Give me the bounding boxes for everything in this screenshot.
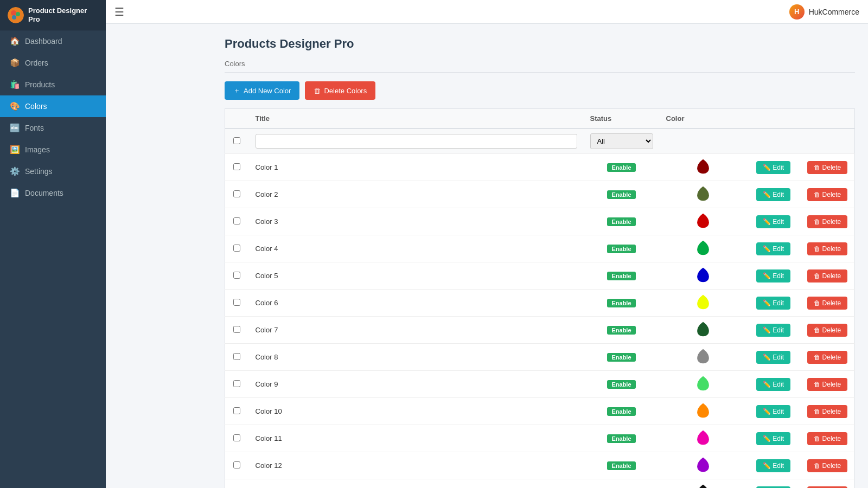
edit-button[interactable]: ✏️ Edit (756, 486, 790, 489)
edit-button[interactable]: ✏️ Edit (756, 188, 790, 201)
sidebar-item-dashboard[interactable]: 🏠Dashboard (0, 30, 106, 52)
row-status-cell: Enable (584, 479, 660, 489)
row-checkbox[interactable] (233, 163, 240, 170)
table-row: Color 2 Enable ✏️ Edit 🗑 Delete (225, 181, 855, 208)
row-checkbox[interactable] (233, 407, 240, 414)
delete-row-button[interactable]: 🗑 Delete (807, 432, 847, 445)
row-checkbox[interactable] (233, 380, 240, 387)
table-row: Color 3 Enable ✏️ Edit 🗑 Delete (225, 208, 855, 235)
row-color-cell (660, 425, 746, 452)
row-delete-cell: 🗑 Delete (801, 344, 855, 371)
row-color-cell (660, 154, 746, 181)
sidebar-item-colors[interactable]: 🎨Colors (0, 95, 106, 117)
add-new-color-button[interactable]: ＋ Add New Color (225, 81, 299, 100)
row-checkbox[interactable] (233, 190, 240, 197)
row-edit-cell: ✏️ Edit (746, 262, 801, 290)
row-status-cell: Enable (584, 371, 660, 398)
edit-button[interactable]: ✏️ Edit (756, 432, 790, 445)
edit-button[interactable]: ✏️ Edit (756, 161, 790, 174)
title-filter-input[interactable] (256, 134, 577, 149)
row-checkbox-cell (225, 262, 249, 290)
delete-row-button[interactable]: 🗑 Delete (807, 378, 847, 391)
row-color-cell (660, 344, 746, 371)
row-checkbox[interactable] (233, 434, 240, 441)
sidebar-item-label: Colors (25, 102, 47, 111)
table-row: Color 4 Enable ✏️ Edit 🗑 Delete (225, 235, 855, 262)
color-leaf-icon (695, 185, 711, 202)
status-badge: Enable (607, 353, 635, 362)
row-status-cell: Enable (584, 317, 660, 344)
row-delete-cell: 🗑 Delete (801, 208, 855, 235)
delete-row-button[interactable]: 🗑 Delete (807, 297, 847, 310)
row-edit-cell: ✏️ Edit (746, 235, 801, 262)
row-checkbox[interactable] (233, 245, 240, 252)
add-label: Add New Color (244, 87, 291, 95)
sidebar-item-label: Dashboard (25, 37, 62, 46)
sidebar-item-images[interactable]: 🖼️Images (0, 139, 106, 160)
delete-row-button[interactable]: 🗑 Delete (807, 351, 847, 364)
username-label: HukCommerce (809, 8, 859, 16)
row-title-cell: Color 8 (249, 344, 584, 371)
edit-button[interactable]: ✏️ Edit (756, 378, 790, 391)
row-checkbox[interactable] (233, 272, 240, 279)
sidebar-item-fonts[interactable]: 🔤Fonts (0, 117, 106, 139)
row-delete-cell: 🗑 Delete (801, 235, 855, 262)
row-color-cell (660, 479, 746, 489)
color-leaf-icon (695, 484, 711, 488)
row-checkbox-cell (225, 452, 249, 479)
color-leaf-icon (695, 240, 711, 256)
select-all-checkbox[interactable] (233, 137, 240, 144)
fonts-icon: 🔤 (10, 123, 20, 133)
delete-row-button[interactable]: 🗑 Delete (807, 405, 847, 418)
sidebar-item-orders[interactable]: 📦Orders (0, 52, 106, 74)
documents-icon: 📄 (10, 188, 20, 198)
row-status-cell: Enable (584, 425, 660, 452)
row-checkbox[interactable] (233, 326, 240, 333)
sidebar-item-products[interactable]: 🛍️Products (0, 74, 106, 95)
edit-button[interactable]: ✏️ Edit (756, 297, 790, 310)
delete-row-button[interactable]: 🗑 Delete (807, 324, 847, 337)
delete-row-button[interactable]: 🗑 Delete (807, 486, 847, 489)
edit-button[interactable]: ✏️ Edit (756, 242, 790, 255)
row-color-cell (660, 181, 746, 208)
menu-toggle-icon[interactable]: ☰ (114, 5, 124, 18)
products-icon: 🛍️ (10, 80, 20, 89)
col-header-edit (746, 109, 801, 129)
delete-row-button[interactable]: 🗑 Delete (807, 269, 847, 282)
delete-label: Delete Colors (324, 87, 367, 95)
sidebar-item-settings[interactable]: ⚙️Settings (0, 160, 106, 182)
status-badge: Enable (607, 434, 635, 443)
row-edit-cell: ✏️ Edit (746, 344, 801, 371)
sidebar-item-label: Documents (25, 189, 63, 197)
edit-button[interactable]: ✏️ Edit (756, 459, 790, 472)
status-filter-select[interactable]: All Enable Disable (590, 133, 653, 149)
plus-icon: ＋ (233, 86, 240, 95)
row-checkbox[interactable] (233, 353, 240, 360)
edit-button[interactable]: ✏️ Edit (756, 405, 790, 418)
topbar: ☰ H HukCommerce (106, 0, 868, 24)
delete-row-button[interactable]: 🗑 Delete (807, 215, 847, 228)
row-checkbox-cell (225, 235, 249, 262)
delete-colors-button[interactable]: 🗑 Delete Colors (305, 81, 375, 100)
row-color-cell (660, 290, 746, 317)
delete-row-button[interactable]: 🗑 Delete (807, 242, 847, 255)
row-color-cell (660, 398, 746, 425)
row-checkbox[interactable] (233, 461, 240, 468)
delete-row-button[interactable]: 🗑 Delete (807, 188, 847, 201)
edit-button[interactable]: ✏️ Edit (756, 324, 790, 337)
color-leaf-icon (695, 294, 711, 310)
row-checkbox-cell (225, 479, 249, 489)
delete-row-button[interactable]: 🗑 Delete (807, 459, 847, 472)
row-checkbox[interactable] (233, 217, 240, 224)
row-color-cell (660, 208, 746, 235)
row-status-cell: Enable (584, 181, 660, 208)
delete-row-button[interactable]: 🗑 Delete (807, 161, 847, 174)
sidebar-item-documents[interactable]: 📄Documents (0, 182, 106, 204)
main-content: Products Designer Pro Colors ＋ Add New C… (212, 24, 868, 488)
row-checkbox[interactable] (233, 299, 240, 306)
edit-button[interactable]: ✏️ Edit (756, 269, 790, 282)
topbar-left: ☰ (114, 5, 124, 18)
row-checkbox-cell (225, 208, 249, 235)
edit-button[interactable]: ✏️ Edit (756, 351, 790, 364)
edit-button[interactable]: ✏️ Edit (756, 215, 790, 228)
